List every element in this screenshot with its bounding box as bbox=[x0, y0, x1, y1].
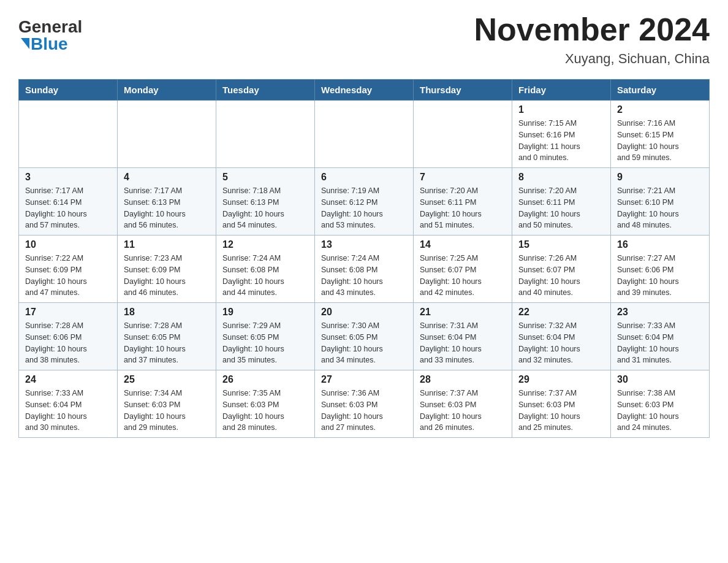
day-info: Sunrise: 7:19 AMSunset: 6:12 PMDaylight:… bbox=[321, 185, 407, 231]
day-number: 1 bbox=[518, 104, 604, 115]
calendar-week-row: 10Sunrise: 7:22 AMSunset: 6:09 PMDayligh… bbox=[19, 236, 710, 303]
day-number: 15 bbox=[518, 239, 604, 250]
day-number: 26 bbox=[222, 374, 308, 385]
day-number: 9 bbox=[617, 172, 703, 183]
calendar-day-cell: 30Sunrise: 7:38 AMSunset: 6:03 PMDayligh… bbox=[611, 370, 710, 438]
day-number: 21 bbox=[420, 307, 506, 318]
calendar-day-cell: 9Sunrise: 7:21 AMSunset: 6:10 PMDaylight… bbox=[611, 168, 710, 236]
calendar-day-cell: 14Sunrise: 7:25 AMSunset: 6:07 PMDayligh… bbox=[414, 236, 512, 303]
day-number: 7 bbox=[420, 172, 506, 183]
day-number: 17 bbox=[25, 307, 111, 318]
day-number: 25 bbox=[124, 374, 210, 385]
logo: General Blue bbox=[18, 12, 82, 53]
day-number: 18 bbox=[124, 307, 210, 318]
day-number: 16 bbox=[617, 239, 703, 250]
calendar-day-cell: 27Sunrise: 7:36 AMSunset: 6:03 PMDayligh… bbox=[315, 370, 414, 438]
calendar-header-row: SundayMondayTuesdayWednesdayThursdayFrid… bbox=[19, 80, 710, 101]
calendar-day-cell bbox=[315, 101, 414, 168]
page-header: General Blue November 2024 Xuyang, Sichu… bbox=[18, 12, 710, 67]
day-number: 14 bbox=[420, 239, 506, 250]
day-number: 23 bbox=[617, 307, 703, 318]
day-info: Sunrise: 7:34 AMSunset: 6:03 PMDaylight:… bbox=[124, 388, 210, 434]
day-info: Sunrise: 7:31 AMSunset: 6:04 PMDaylight:… bbox=[420, 320, 506, 366]
day-info: Sunrise: 7:37 AMSunset: 6:03 PMDaylight:… bbox=[420, 388, 506, 434]
day-number: 13 bbox=[321, 239, 407, 250]
month-title: November 2024 bbox=[474, 12, 710, 47]
day-info: Sunrise: 7:15 AMSunset: 6:16 PMDaylight:… bbox=[518, 118, 604, 164]
calendar-day-cell: 28Sunrise: 7:37 AMSunset: 6:03 PMDayligh… bbox=[414, 370, 512, 438]
day-number: 27 bbox=[321, 374, 407, 385]
day-number: 5 bbox=[222, 172, 308, 183]
day-info: Sunrise: 7:23 AMSunset: 6:09 PMDaylight:… bbox=[124, 253, 210, 299]
calendar-day-cell: 12Sunrise: 7:24 AMSunset: 6:08 PMDayligh… bbox=[216, 236, 315, 303]
calendar-day-cell: 22Sunrise: 7:32 AMSunset: 6:04 PMDayligh… bbox=[512, 303, 611, 370]
day-number: 10 bbox=[25, 239, 111, 250]
column-header-tuesday: Tuesday bbox=[216, 80, 315, 101]
day-info: Sunrise: 7:22 AMSunset: 6:09 PMDaylight:… bbox=[25, 253, 111, 299]
day-number: 8 bbox=[518, 172, 604, 183]
logo-arrow-icon bbox=[21, 38, 29, 49]
day-number: 29 bbox=[518, 374, 604, 385]
day-number: 4 bbox=[124, 172, 210, 183]
calendar-day-cell: 4Sunrise: 7:17 AMSunset: 6:13 PMDaylight… bbox=[118, 168, 216, 236]
day-info: Sunrise: 7:24 AMSunset: 6:08 PMDaylight:… bbox=[321, 253, 407, 299]
calendar-day-cell: 18Sunrise: 7:28 AMSunset: 6:05 PMDayligh… bbox=[118, 303, 216, 370]
day-info: Sunrise: 7:28 AMSunset: 6:05 PMDaylight:… bbox=[124, 320, 210, 366]
day-number: 6 bbox=[321, 172, 407, 183]
day-info: Sunrise: 7:33 AMSunset: 6:04 PMDaylight:… bbox=[25, 388, 111, 434]
day-info: Sunrise: 7:36 AMSunset: 6:03 PMDaylight:… bbox=[321, 388, 407, 434]
column-header-thursday: Thursday bbox=[414, 80, 512, 101]
calendar-week-row: 3Sunrise: 7:17 AMSunset: 6:14 PMDaylight… bbox=[19, 168, 710, 236]
day-info: Sunrise: 7:17 AMSunset: 6:13 PMDaylight:… bbox=[124, 185, 210, 231]
day-number: 20 bbox=[321, 307, 407, 318]
day-number: 22 bbox=[518, 307, 604, 318]
day-info: Sunrise: 7:38 AMSunset: 6:03 PMDaylight:… bbox=[617, 388, 703, 434]
calendar-day-cell: 8Sunrise: 7:20 AMSunset: 6:11 PMDaylight… bbox=[512, 168, 611, 236]
calendar-day-cell: 20Sunrise: 7:30 AMSunset: 6:05 PMDayligh… bbox=[315, 303, 414, 370]
day-info: Sunrise: 7:32 AMSunset: 6:04 PMDaylight:… bbox=[518, 320, 604, 366]
day-info: Sunrise: 7:35 AMSunset: 6:03 PMDaylight:… bbox=[222, 388, 308, 434]
location-title: Xuyang, Sichuan, China bbox=[474, 51, 710, 67]
calendar-week-row: 24Sunrise: 7:33 AMSunset: 6:04 PMDayligh… bbox=[19, 370, 710, 438]
column-header-saturday: Saturday bbox=[611, 80, 710, 101]
day-info: Sunrise: 7:20 AMSunset: 6:11 PMDaylight:… bbox=[420, 185, 506, 231]
calendar-day-cell: 6Sunrise: 7:19 AMSunset: 6:12 PMDaylight… bbox=[315, 168, 414, 236]
calendar-day-cell: 7Sunrise: 7:20 AMSunset: 6:11 PMDaylight… bbox=[414, 168, 512, 236]
logo-general-text: General bbox=[18, 18, 82, 36]
day-number: 2 bbox=[617, 104, 703, 115]
calendar-day-cell: 11Sunrise: 7:23 AMSunset: 6:09 PMDayligh… bbox=[118, 236, 216, 303]
day-number: 28 bbox=[420, 374, 506, 385]
day-number: 11 bbox=[124, 239, 210, 250]
logo-blue-text: Blue bbox=[31, 36, 68, 53]
calendar-week-row: 1Sunrise: 7:15 AMSunset: 6:16 PMDaylight… bbox=[19, 101, 710, 168]
calendar-day-cell: 24Sunrise: 7:33 AMSunset: 6:04 PMDayligh… bbox=[19, 370, 118, 438]
day-info: Sunrise: 7:24 AMSunset: 6:08 PMDaylight:… bbox=[222, 253, 308, 299]
calendar-day-cell: 26Sunrise: 7:35 AMSunset: 6:03 PMDayligh… bbox=[216, 370, 315, 438]
calendar-day-cell: 10Sunrise: 7:22 AMSunset: 6:09 PMDayligh… bbox=[19, 236, 118, 303]
day-info: Sunrise: 7:27 AMSunset: 6:06 PMDaylight:… bbox=[617, 253, 703, 299]
title-area: November 2024 Xuyang, Sichuan, China bbox=[474, 12, 710, 67]
calendar-day-cell: 5Sunrise: 7:18 AMSunset: 6:13 PMDaylight… bbox=[216, 168, 315, 236]
calendar-day-cell bbox=[118, 101, 216, 168]
day-info: Sunrise: 7:20 AMSunset: 6:11 PMDaylight:… bbox=[518, 185, 604, 231]
calendar-day-cell: 21Sunrise: 7:31 AMSunset: 6:04 PMDayligh… bbox=[414, 303, 512, 370]
day-number: 24 bbox=[25, 374, 111, 385]
calendar-day-cell: 2Sunrise: 7:16 AMSunset: 6:15 PMDaylight… bbox=[611, 101, 710, 168]
column-header-wednesday: Wednesday bbox=[315, 80, 414, 101]
day-info: Sunrise: 7:17 AMSunset: 6:14 PMDaylight:… bbox=[25, 185, 111, 231]
day-info: Sunrise: 7:18 AMSunset: 6:13 PMDaylight:… bbox=[222, 185, 308, 231]
column-header-monday: Monday bbox=[118, 80, 216, 101]
day-info: Sunrise: 7:21 AMSunset: 6:10 PMDaylight:… bbox=[617, 185, 703, 231]
calendar-day-cell bbox=[414, 101, 512, 168]
calendar-day-cell bbox=[19, 101, 118, 168]
calendar-day-cell: 1Sunrise: 7:15 AMSunset: 6:16 PMDaylight… bbox=[512, 101, 611, 168]
day-number: 12 bbox=[222, 239, 308, 250]
calendar-table: SundayMondayTuesdayWednesdayThursdayFrid… bbox=[18, 79, 710, 438]
column-header-sunday: Sunday bbox=[19, 80, 118, 101]
day-number: 3 bbox=[25, 172, 111, 183]
day-info: Sunrise: 7:25 AMSunset: 6:07 PMDaylight:… bbox=[420, 253, 506, 299]
day-info: Sunrise: 7:30 AMSunset: 6:05 PMDaylight:… bbox=[321, 320, 407, 366]
day-info: Sunrise: 7:28 AMSunset: 6:06 PMDaylight:… bbox=[25, 320, 111, 366]
day-info: Sunrise: 7:37 AMSunset: 6:03 PMDaylight:… bbox=[518, 388, 604, 434]
calendar-day-cell: 15Sunrise: 7:26 AMSunset: 6:07 PMDayligh… bbox=[512, 236, 611, 303]
